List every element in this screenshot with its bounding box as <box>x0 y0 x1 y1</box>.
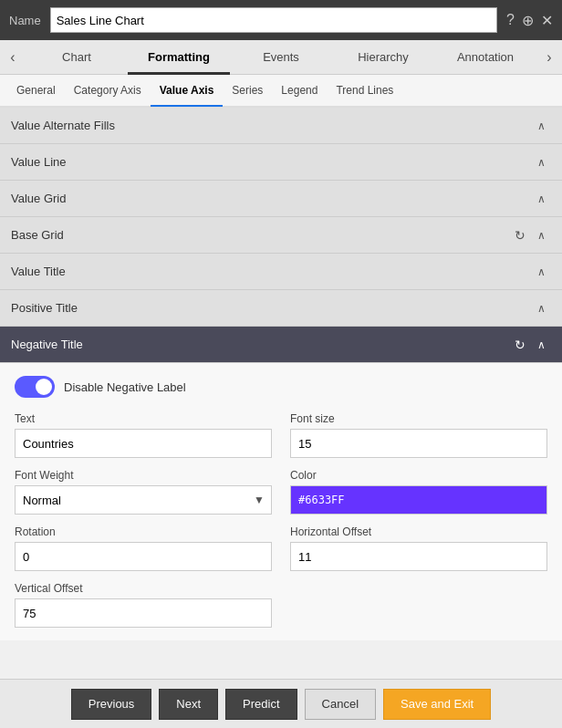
vertical-offset-label: Vertical Offset <box>15 582 272 595</box>
horizontal-offset-label: Horizontal Offset <box>290 525 547 538</box>
text-field-group: Text <box>15 412 272 458</box>
tab-events[interactable]: Events <box>230 40 332 75</box>
close-icon[interactable]: ✕ <box>541 12 553 29</box>
tab-prev-arrow[interactable]: ‹ <box>0 40 26 75</box>
tab-hierarchy[interactable]: Hierarchy <box>332 40 434 75</box>
section-value-grid[interactable]: Value Grid ∧ <box>0 181 562 217</box>
header-icons: ? ⊕ ✕ <box>506 12 553 29</box>
next-button[interactable]: Next <box>159 689 218 720</box>
section-value-title[interactable]: Value Title ∧ <box>0 254 562 290</box>
section-title: Negative Title <box>11 338 83 351</box>
section-title: Positive Title <box>11 301 78 315</box>
sub-tab-legend[interactable]: Legend <box>272 74 327 107</box>
main-content: Value Alternate Fills ∧ Value Line ∧ Val… <box>0 108 562 679</box>
tab-next-arrow[interactable]: › <box>536 40 562 75</box>
tab-formatting[interactable]: Formatting <box>128 40 230 75</box>
vertical-offset-input[interactable] <box>15 598 272 628</box>
collapse-btn[interactable]: ∧ <box>531 189 551 209</box>
sub-tab-series[interactable]: Series <box>223 74 272 107</box>
collapse-btn[interactable]: ∧ <box>531 262 551 282</box>
font-weight-select-wrapper: Normal Bold Bolder Lighter ▼ <box>15 485 272 515</box>
cancel-button[interactable]: Cancel <box>305 689 376 720</box>
refresh-icon[interactable]: ↻ <box>515 228 526 243</box>
color-label: Color <box>290 469 547 482</box>
collapse-btn[interactable]: ∧ <box>531 298 551 318</box>
sub-tab-trend-lines[interactable]: Trend Lines <box>327 74 402 107</box>
tab-chart[interactable]: Chart <box>26 40 128 75</box>
header: Name ? ⊕ ✕ <box>0 0 562 40</box>
font-size-label: Font size <box>290 412 547 425</box>
font-size-input[interactable] <box>290 429 547 458</box>
help-icon[interactable]: ? <box>506 12 515 28</box>
collapse-btn[interactable]: ∧ <box>531 152 551 172</box>
sub-tab-general[interactable]: General <box>7 74 65 107</box>
vertical-offset-field-group: Vertical Offset <box>15 582 272 628</box>
section-title: Base Grid <box>11 228 64 242</box>
sub-tab-bar: General Category Axis Value Axis Series … <box>0 75 562 108</box>
rotation-label: Rotation <box>15 525 272 538</box>
rotation-input[interactable] <box>15 542 272 571</box>
refresh-icon[interactable]: ↻ <box>515 338 526 352</box>
section-title: Value Grid <box>11 192 66 205</box>
section-base-grid[interactable]: Base Grid ↻ ∧ <box>0 217 562 254</box>
top-tab-bar: ‹ Chart Formatting Events Hierarchy Anno… <box>0 40 562 75</box>
font-weight-select[interactable]: Normal Bold Bolder Lighter <box>15 485 272 515</box>
name-label: Name <box>9 14 41 27</box>
form-grid: Text Font size Font Weight Normal Bold B… <box>15 412 547 628</box>
save-exit-button[interactable]: Save and Exit <box>383 689 491 720</box>
collapse-btn[interactable]: ∧ <box>531 116 551 136</box>
horizontal-offset-input[interactable] <box>290 542 547 571</box>
font-size-field-group: Font size <box>290 412 547 458</box>
text-label: Text <box>15 412 272 425</box>
footer: Previous Next Predict Cancel Save and Ex… <box>0 679 562 728</box>
sub-tab-value-axis[interactable]: Value Axis <box>151 74 224 107</box>
predict-button[interactable]: Predict <box>225 689 297 720</box>
name-input[interactable] <box>50 7 497 33</box>
tab-annotation[interactable]: Annotation <box>434 40 536 75</box>
section-title: Value Title <box>11 265 66 278</box>
text-input[interactable] <box>15 429 272 458</box>
color-swatch[interactable]: #6633FF <box>290 485 547 515</box>
section-value-alternate-fills[interactable]: Value Alternate Fills ∧ <box>0 108 562 144</box>
expanded-panel: Disable Negative Label Text Font size Fo… <box>0 363 562 640</box>
move-icon[interactable]: ⊕ <box>522 12 534 29</box>
section-negative-title[interactable]: Negative Title ↻ ∧ <box>0 327 562 363</box>
horizontal-offset-field-group: Horizontal Offset <box>290 525 547 571</box>
font-weight-label: Font Weight <box>15 469 272 482</box>
section-title: Value Line <box>11 155 66 169</box>
rotation-field-group: Rotation <box>15 525 272 571</box>
section-value-line[interactable]: Value Line ∧ <box>0 144 562 181</box>
toggle-label: Disable Negative Label <box>64 380 186 394</box>
section-positive-title[interactable]: Positive Title ∧ <box>0 290 562 327</box>
disable-negative-label-toggle[interactable] <box>15 376 55 398</box>
color-field-group: Color #6633FF <box>290 469 547 515</box>
color-value: #6633FF <box>298 494 345 506</box>
sub-tab-category-axis[interactable]: Category Axis <box>65 74 151 107</box>
section-title: Value Alternate Fills <box>11 119 115 132</box>
toggle-row: Disable Negative Label <box>15 376 547 398</box>
collapse-btn[interactable]: ∧ <box>531 225 551 245</box>
font-weight-field-group: Font Weight Normal Bold Bolder Lighter ▼ <box>15 469 272 515</box>
previous-button[interactable]: Previous <box>71 689 152 720</box>
collapse-btn[interactable]: ∧ <box>531 335 551 355</box>
